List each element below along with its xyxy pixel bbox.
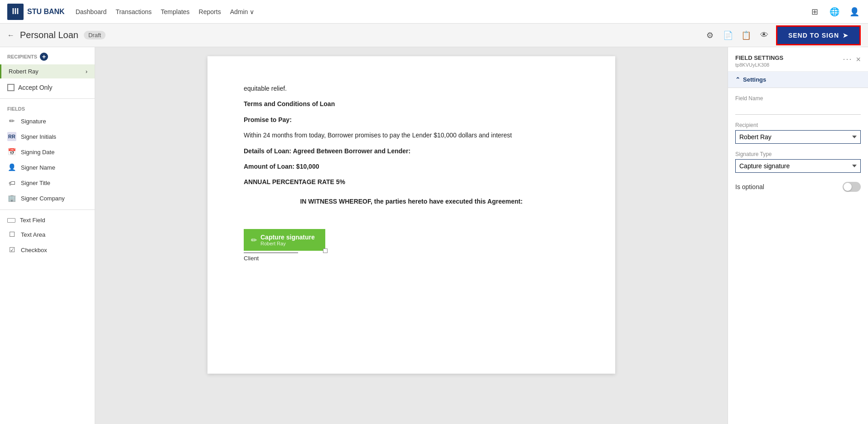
sidebar-item-signature[interactable]: ✏ Signature <box>0 113 95 129</box>
page-title: Personal Loan <box>20 30 78 40</box>
back-button[interactable]: ← <box>7 31 14 39</box>
doc-line-6: Amount of Loan: $10,000 <box>244 161 579 171</box>
nav-right: ⊞ 🌐 👤 <box>808 5 861 18</box>
admin-chevron-icon: ∨ <box>250 8 254 15</box>
signature-type-label: Signature Type <box>735 151 861 157</box>
field-name-input[interactable] <box>735 103 861 115</box>
signature-type-select[interactable]: Capture signature Draw signature Type si… <box>735 159 861 173</box>
eye-icon[interactable]: 👁 <box>758 29 771 42</box>
status-badge: Draft <box>84 31 106 39</box>
subheader-actions: ⚙ 📄 📋 👁 SEND TO SIGN ➤ <box>704 25 861 45</box>
checkbox-field-icon: ☑ <box>7 245 16 254</box>
subheader: ← Personal Loan Draft ⚙ 📄 📋 👁 SEND TO SI… <box>0 24 868 47</box>
recipient-arrow-icon: › <box>86 68 87 75</box>
sidebar-item-signer-initials[interactable]: RR Signer Initials <box>0 129 95 144</box>
sidebar: RECIPIENTS + Robert Ray › Accept Only FI… <box>0 47 95 424</box>
recipient-label: Recipient <box>735 122 861 128</box>
signature-type-group: Signature Type Capture signature Draw si… <box>735 151 861 173</box>
recipient-group: Recipient Robert Ray <box>735 122 861 144</box>
sidebar-item-signer-company[interactable]: 🏢 Signer Company <box>0 190 95 206</box>
top-nav: III STU BANK Dashboard Transactions Temp… <box>0 0 868 24</box>
recipients-section-title: RECIPIENTS + <box>0 47 95 63</box>
panel-id: tp8KVUyLK308 <box>735 62 783 68</box>
add-recipient-button[interactable]: + <box>40 53 48 61</box>
signature-widget-icon: ✏ <box>251 236 257 244</box>
signer-company-field-icon: 🏢 <box>7 194 16 203</box>
send-to-sign-button[interactable]: SEND TO SIGN ➤ <box>776 25 861 45</box>
document-check-icon[interactable]: 📋 <box>740 29 752 42</box>
panel-body: Field Name Recipient Robert Ray Signatur… <box>728 88 868 208</box>
doc-line-1: equitable relief. <box>244 83 579 93</box>
doc-line-3: Promise to Pay: <box>244 115 579 125</box>
fields-section-title: FIELDS <box>0 102 95 113</box>
sig-sub-label: Robert Ray <box>260 241 315 246</box>
signer-initials-field-icon: RR <box>7 132 16 141</box>
sidebar-item-signer-name[interactable]: 👤 Signer Name <box>0 160 95 175</box>
user-icon[interactable]: 👤 <box>848 5 861 18</box>
globe-icon[interactable]: 🌐 <box>828 5 841 18</box>
document-page: equitable relief. Terms and Conditions o… <box>207 56 615 374</box>
network-icon[interactable]: ⊞ <box>808 5 821 18</box>
sidebar-item-text-field[interactable]: Text Field <box>0 214 95 227</box>
panel-header: FIELD SETTINGS tp8KVUyLK308 ··· × <box>728 47 868 72</box>
recipient-robert-ray[interactable]: Robert Ray › <box>0 64 95 78</box>
signing-date-field-icon: 📅 <box>7 147 16 156</box>
resize-handle[interactable] <box>323 249 328 253</box>
nav-links: Dashboard Transactions Templates Reports… <box>76 8 797 15</box>
settings-collapsible[interactable]: ⌃ Settings <box>728 72 868 88</box>
panel-close-button[interactable]: × <box>856 55 861 63</box>
sidebar-item-checkbox[interactable]: ☑ Checkbox <box>0 242 95 258</box>
sig-label: Capture signature <box>260 234 315 241</box>
text-field-icon <box>7 218 15 223</box>
settings-section-label: Settings <box>743 76 766 83</box>
nav-admin[interactable]: Admin ∨ <box>230 8 255 15</box>
signature-field-icon: ✏ <box>7 117 16 126</box>
recipient-select[interactable]: Robert Ray <box>735 130 861 144</box>
field-name-group: Field Name <box>735 95 861 115</box>
nav-dashboard[interactable]: Dashboard <box>76 8 107 15</box>
doc-line-4: Within 24 months from today, Borrower pr… <box>244 130 579 140</box>
signature-line <box>244 253 298 253</box>
signature-widget[interactable]: ✏ Capture signature Robert Ray <box>244 229 325 251</box>
main-layout: RECIPIENTS + Robert Ray › Accept Only FI… <box>0 47 868 424</box>
signature-block: ✏ Capture signature Robert Ray Client <box>244 229 325 262</box>
panel-header-right: ··· × <box>843 54 861 64</box>
accept-only-checkbox[interactable] <box>7 84 14 91</box>
field-name-label: Field Name <box>735 95 861 102</box>
settings-icon[interactable]: ⚙ <box>704 29 716 42</box>
document-icon[interactable]: 📄 <box>722 29 734 42</box>
field-settings-panel: FIELD SETTINGS tp8KVUyLK308 ··· × ⌃ Sett… <box>728 47 868 424</box>
doc-line-7: ANNUAL PERCENTAGE RATE 5% <box>244 177 579 187</box>
doc-line-8: IN WITNESS WHEREOF, the parties hereto h… <box>244 196 579 206</box>
accept-only-row[interactable]: Accept Only <box>0 80 95 95</box>
is-optional-group: Is optional <box>735 180 861 194</box>
is-optional-row: Is optional <box>735 180 861 194</box>
nav-transactions[interactable]: Transactions <box>116 8 152 15</box>
brand-name: STU BANK <box>27 8 65 16</box>
document-area: equitable relief. Terms and Conditions o… <box>95 47 728 424</box>
text-area-icon: ☐ <box>7 230 16 239</box>
document-text: equitable relief. Terms and Conditions o… <box>244 83 579 206</box>
doc-line-2: Terms and Conditions of Loan <box>244 99 579 109</box>
sidebar-item-text-area[interactable]: ☐ Text Area <box>0 227 95 242</box>
nav-reports[interactable]: Reports <box>199 8 221 15</box>
is-optional-label: Is optional <box>735 183 764 190</box>
sidebar-item-signer-title[interactable]: 🏷 Signer Title <box>0 175 95 190</box>
signer-name-field-icon: 👤 <box>7 163 16 172</box>
client-label: Client <box>244 255 325 262</box>
signer-title-field-icon: 🏷 <box>7 178 16 187</box>
doc-line-5: Details of Loan: Agreed Between Borrower… <box>244 146 579 156</box>
panel-title: FIELD SETTINGS <box>735 54 783 61</box>
send-icon: ➤ <box>843 32 849 39</box>
toggle-knob <box>844 183 852 191</box>
is-optional-toggle[interactable] <box>843 182 861 192</box>
panel-more-options-icon[interactable]: ··· <box>843 54 852 64</box>
sidebar-item-signing-date[interactable]: 📅 Signing Date <box>0 144 95 160</box>
logo-area: III STU BANK <box>7 4 65 20</box>
chevron-up-icon: ⌃ <box>735 76 740 83</box>
logo-icon: III <box>7 4 24 20</box>
nav-templates[interactable]: Templates <box>161 8 190 15</box>
